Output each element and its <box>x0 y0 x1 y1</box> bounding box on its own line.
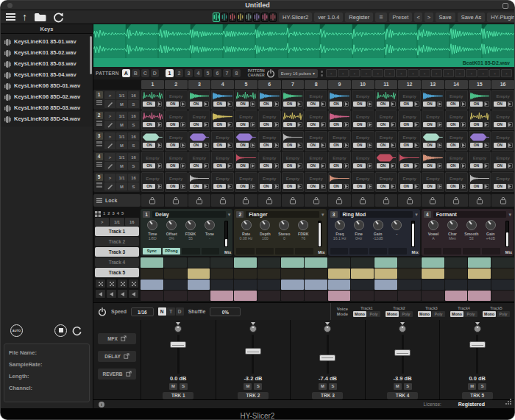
lock-cell[interactable] <box>445 194 468 207</box>
step-number[interactable]: 16 <box>491 80 514 89</box>
lock-cell[interactable] <box>398 194 421 207</box>
pattern-bank-button[interactable]: D <box>151 69 159 77</box>
step-cell[interactable]: ON <box>235 90 258 110</box>
step-output-button[interactable] <box>461 122 466 127</box>
track-mute-button[interactable]: M <box>116 100 127 108</box>
step-cell[interactable]: ON <box>282 110 305 130</box>
step-on-button[interactable]: ON <box>213 122 226 127</box>
fx-track-button[interactable]: Track 5 <box>95 268 139 277</box>
step-on-button[interactable]: ON <box>330 143 342 148</box>
lock-cell[interactable] <box>211 194 234 207</box>
step-output-button[interactable] <box>250 143 255 148</box>
preset-menu-icon[interactable]: ≡ <box>375 13 386 22</box>
step-on-button[interactable]: ON <box>400 102 413 107</box>
step-on-button[interactable]: ON <box>260 143 272 148</box>
fx-seq-cell[interactable] <box>188 268 210 279</box>
step-output-button[interactable] <box>204 102 209 107</box>
sample-slot-button[interactable] <box>221 13 228 22</box>
lock-cell[interactable] <box>188 194 211 207</box>
step-output-button[interactable] <box>391 184 396 189</box>
step-on-button[interactable]: ON <box>494 184 506 189</box>
chain-cell[interactable]: - <box>360 69 372 77</box>
track-length-button[interactable]: 16 <box>128 174 139 182</box>
step-number[interactable]: 6 <box>258 80 281 89</box>
track-mute-button[interactable]: M <box>116 162 127 170</box>
step-cell[interactable]: EmptyON <box>258 110 281 130</box>
track-menu-icon[interactable] <box>96 162 102 167</box>
step-cell[interactable]: ON <box>188 131 211 151</box>
step-on-button[interactable]: ON <box>143 184 155 189</box>
file-list-item[interactable]: KeysLineK01 85-02.wav <box>1 47 93 58</box>
fx-seq-cell[interactable] <box>398 268 421 279</box>
step-cell[interactable]: EmptyON <box>398 90 421 110</box>
track-edit-button[interactable] <box>104 121 116 129</box>
step-cell[interactable]: EmptyON <box>282 172 305 192</box>
preset-next-button[interactable]: > <box>425 13 433 22</box>
step-output-button[interactable] <box>297 143 302 148</box>
step-output-button[interactable] <box>180 163 185 168</box>
step-cell[interactable]: ON <box>469 90 491 110</box>
fx-seq-cell[interactable] <box>422 291 444 301</box>
step-output-button[interactable] <box>461 184 466 189</box>
step-output-button[interactable] <box>461 163 466 168</box>
step-cell[interactable]: EmptyON <box>398 172 421 192</box>
step-output-button[interactable] <box>391 122 396 127</box>
step-output-button[interactable] <box>250 102 255 107</box>
fx-seq-cell[interactable] <box>210 268 233 279</box>
window-control-dot[interactable] <box>7 3 13 8</box>
step-number[interactable]: 10 <box>352 80 374 89</box>
up-directory-icon[interactable]: ↑ <box>22 11 27 23</box>
step-cell[interactable]: EmptyON <box>445 131 468 151</box>
step-cell[interactable]: EmptyON <box>445 172 468 192</box>
step-cell[interactable]: ON <box>328 110 351 130</box>
step-output-button[interactable] <box>484 163 489 168</box>
step-output-button[interactable] <box>508 122 513 127</box>
step-cell[interactable]: ON <box>235 131 258 151</box>
seq-preset-button[interactable] <box>118 280 127 288</box>
step-on-button[interactable]: ON <box>470 163 483 168</box>
channel-mute-button[interactable]: M <box>468 383 476 390</box>
chain-cell[interactable]: - <box>489 69 500 77</box>
step-cell[interactable]: EmptyON <box>258 152 281 171</box>
waveform-display[interactable]: BeatK01 85-D2.wav <box>93 24 514 67</box>
hy-plugins-button[interactable]: HY-Plugins <box>487 13 514 22</box>
fx-knob[interactable] <box>486 220 496 230</box>
step-output-button[interactable] <box>391 143 396 148</box>
fx-option-button[interactable] <box>330 248 349 255</box>
step-cell[interactable]: EmptyON <box>188 110 211 130</box>
fx-seq-cell[interactable] <box>398 257 421 268</box>
step-output-button[interactable] <box>367 184 372 189</box>
chain-cell[interactable]: - <box>349 69 360 77</box>
step-cell[interactable]: EmptyON <box>445 152 468 171</box>
fx-seq-cell[interactable] <box>141 291 163 301</box>
step-on-button[interactable]: ON <box>143 163 155 168</box>
fader-handle[interactable] <box>245 348 261 355</box>
seq-shift-button[interactable] <box>129 290 138 298</box>
step-cell[interactable]: ON <box>422 131 444 151</box>
step-output-button[interactable] <box>157 163 162 168</box>
step-output-button[interactable] <box>414 122 419 127</box>
step-output-button[interactable] <box>508 184 513 189</box>
step-on-button[interactable]: ON <box>400 143 413 148</box>
lock-cell[interactable] <box>141 194 164 207</box>
lock-cell[interactable] <box>491 194 514 207</box>
fx-length-button[interactable]: 16 <box>125 218 139 226</box>
step-cell[interactable]: ON <box>141 131 164 151</box>
fader[interactable] <box>216 335 291 374</box>
step-cell[interactable]: EmptyON <box>141 152 164 171</box>
fx-seq-cell[interactable] <box>164 280 187 290</box>
fx-seq-cell[interactable] <box>305 280 327 290</box>
step-on-button[interactable]: ON <box>330 163 342 168</box>
fx-knob[interactable] <box>241 220 252 230</box>
step-cell[interactable]: EmptyON <box>352 172 374 192</box>
pattern-slot-button[interactable]: 4 <box>194 69 202 77</box>
folder-icon[interactable] <box>34 11 46 23</box>
fx-seq-cell[interactable] <box>445 291 468 301</box>
step-on-button[interactable]: ON <box>283 184 296 189</box>
fx-option-button[interactable] <box>443 248 461 255</box>
fx-option-button[interactable] <box>256 248 274 255</box>
step-cell[interactable]: ON <box>188 172 211 192</box>
sample-slot-button[interactable] <box>261 13 269 22</box>
fx-seq-cell[interactable] <box>188 291 210 301</box>
step-on-button[interactable]: ON <box>236 122 249 127</box>
